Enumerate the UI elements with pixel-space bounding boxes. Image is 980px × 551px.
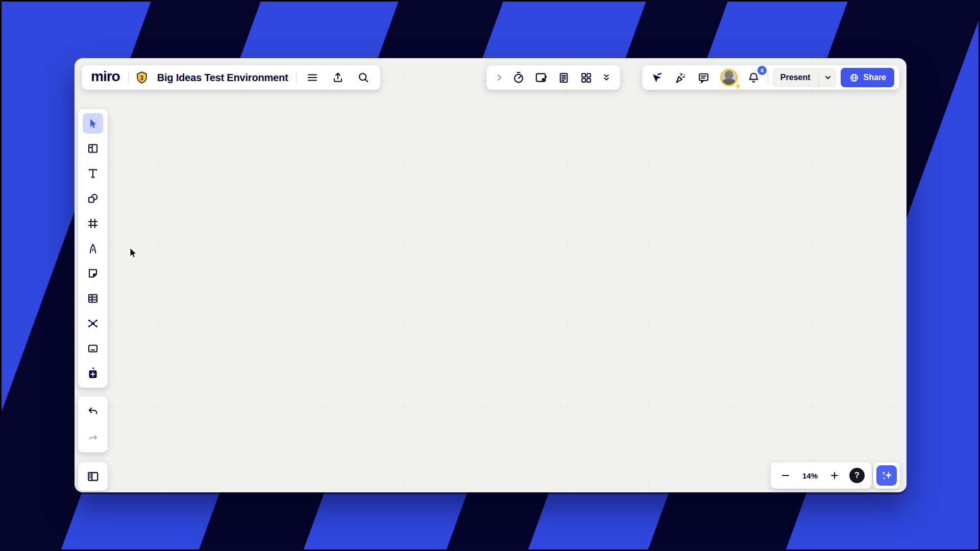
mind-map-icon [87,317,99,330]
plan-badge-number: 3 [140,74,143,82]
tool-pen[interactable] [83,238,103,259]
undo-button[interactable] [83,402,103,422]
miro-app-window: miro 3 Big Ideas Test Environment [75,58,906,492]
divider [296,71,297,84]
apps-button[interactable] [576,68,596,87]
notification-count-badge: 4 [757,66,767,75]
frames-panel-button[interactable] [83,466,103,487]
frames-panel-container [78,462,108,491]
export-board-button[interactable] [328,68,348,87]
chevron-right-icon [495,73,504,82]
tool-templates[interactable] [83,138,103,159]
frame-icon [87,217,99,230]
comment-bubble-icon [697,71,710,84]
divider [128,71,129,84]
mouse-pointer-icon [128,247,139,259]
chevron-down-icon [824,73,832,82]
board-header-bar: miro 3 Big Ideas Test Environment [82,65,380,90]
comments-button[interactable] [694,68,714,87]
notes-icon [557,71,570,84]
plan-shield-badge[interactable]: 3 [135,70,149,85]
side-panel-icon [86,470,100,483]
miro-logo[interactable]: miro [89,68,122,87]
present-button[interactable]: Present [772,68,837,87]
recording-frame-icon [534,71,548,84]
recording-button[interactable] [531,68,551,87]
sparkles-icon [880,469,893,482]
table-icon [87,292,99,305]
question-mark-icon: ? [854,471,860,480]
present-label: Present [772,73,819,82]
hide-collaborator-cursors-button[interactable] [647,68,667,87]
collapse-all-button[interactable] [599,68,614,87]
board-title[interactable]: Big Ideas Test Environment [155,72,290,84]
plus-icon [829,470,840,481]
hide-cursors-icon [650,71,663,84]
redo-button[interactable] [83,427,103,447]
user-avatar[interactable] [718,66,740,89]
history-toolbar [78,396,108,453]
pen-icon [87,242,99,255]
tool-sticky-note[interactable] [83,263,103,284]
zoom-toolbar: 14% ? [771,462,872,489]
redo-icon [87,431,99,443]
share-button[interactable]: Share [841,68,894,87]
help-button[interactable]: ? [849,468,865,483]
main-menu-button[interactable] [303,68,322,87]
double-chevron-down-icon [601,72,611,83]
facilitation-toolbar [486,65,620,90]
tool-text[interactable] [83,163,103,184]
templates-layout-icon [87,142,99,155]
timer-button[interactable] [509,68,528,87]
undo-icon [87,406,99,418]
tool-frame[interactable] [83,213,103,234]
shapes-icon [87,192,99,205]
zoom-level[interactable]: 14% [800,471,820,480]
card-icon [87,342,99,355]
creation-toolbar [78,109,108,388]
collapse-toolbar-button[interactable] [493,68,506,87]
add-more-tools-icon [87,367,99,380]
share-label: Share [864,73,886,82]
tool-shapes[interactable] [83,188,103,209]
zoom-in-button[interactable] [827,466,842,485]
search-icon [357,71,370,84]
tool-more[interactable] [83,363,103,384]
tool-select[interactable] [83,113,103,134]
lightning-bolt-badge-icon [734,82,741,90]
private-notes-button[interactable] [554,68,573,87]
search-button[interactable] [354,68,373,87]
text-icon [87,167,99,180]
confetti-icon [674,71,687,84]
collaboration-bar: 4 Present Share [642,65,899,90]
present-options-button[interactable] [819,73,837,82]
tool-mind-map[interactable] [83,313,103,334]
timer-icon [512,71,525,84]
select-cursor-icon [87,117,99,130]
sticky-note-icon [87,267,99,280]
minus-icon [780,470,791,481]
tool-card[interactable] [83,338,103,359]
globe-icon [849,72,860,83]
zoom-out-button[interactable] [778,466,793,485]
reactions-button[interactable] [671,68,690,87]
ai-assistant-button[interactable] [876,465,897,486]
ai-assistant-container [873,462,900,489]
board-canvas[interactable] [75,58,906,492]
upload-icon [332,71,344,84]
hamburger-icon [306,71,318,84]
divider [768,71,768,84]
desktop-background: miro 3 Big Ideas Test Environment [0,0,980,551]
notifications-button[interactable]: 4 [744,68,764,87]
tool-table[interactable] [83,288,103,309]
apps-grid-icon [580,71,593,84]
